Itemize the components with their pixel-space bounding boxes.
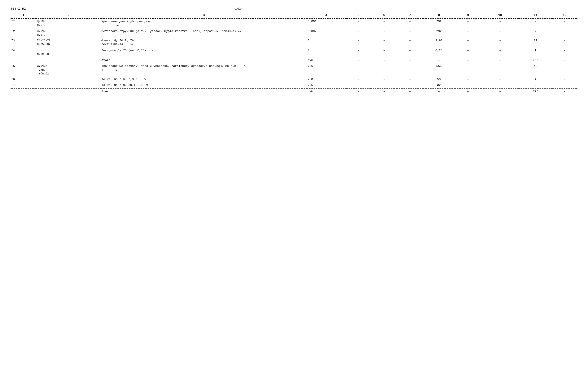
itogo2-col6: – bbox=[371, 89, 397, 95]
row-col6: – bbox=[371, 29, 397, 38]
itogo2-col11: 778 bbox=[519, 89, 552, 95]
row-col11: 4 bbox=[519, 76, 552, 82]
col-header-2: 2 bbox=[36, 12, 101, 19]
row-desc: Фланец Ду 50 Ру I6ГОСТ I255-54 шт bbox=[101, 38, 307, 48]
row-col5: – bbox=[346, 38, 371, 48]
row-col5: – bbox=[346, 82, 371, 88]
row-col8: 3,90 bbox=[423, 38, 455, 48]
row-col4: 8 bbox=[307, 38, 346, 48]
itogo-col7: – bbox=[397, 58, 423, 63]
row-col5: – bbox=[346, 63, 371, 76]
row-num: I7 bbox=[10, 82, 36, 88]
col-header-9: 9 bbox=[455, 12, 481, 19]
row-col11: 2 bbox=[519, 82, 552, 88]
itogo2-col10: – bbox=[481, 89, 520, 95]
row-ref: Ц.Iч.У техн.ч. табл.I2 bbox=[36, 63, 101, 76]
table-row: I6 -"- То же, по п.п. 2,8,9 % 7,8 – – – … bbox=[10, 76, 578, 82]
row-col4: 7,6 bbox=[307, 63, 346, 76]
row-ref: -"- п.I9-005 bbox=[36, 48, 101, 57]
row-col4: 0,007 bbox=[307, 29, 346, 38]
page-number: -142- bbox=[26, 7, 450, 11]
table-row: I2 Ц.Iч.П п.573 Металлоконструкция (в т.… bbox=[10, 29, 578, 38]
col-header-5: 5 bbox=[346, 12, 371, 19]
itogo-row-1: Итого руб – – – – – – 730 – bbox=[10, 58, 578, 63]
row-col6: – bbox=[371, 82, 397, 88]
col-header-11: 11 bbox=[519, 12, 552, 19]
row-col9: – bbox=[455, 19, 481, 29]
row-desc: Металлоконструкция (в т.ч. уголок, муфта… bbox=[101, 29, 307, 38]
col-header-1: 1 bbox=[10, 12, 36, 19]
itogo2-label: Итого bbox=[101, 89, 307, 95]
itogo-col9: – bbox=[455, 58, 481, 63]
row-col8: 53 bbox=[423, 76, 455, 82]
row-ref: Ц.Iч.П п.573 bbox=[36, 29, 101, 38]
row-col9: – bbox=[455, 82, 481, 88]
main-table: 1 2 3 4 5 6 7 8 9 10 11 12 II Ц.Iч.П п.5… bbox=[10, 12, 578, 95]
row-col12: – bbox=[552, 19, 578, 29]
row-col7: – bbox=[397, 76, 423, 82]
row-col6: – bbox=[371, 38, 397, 48]
itogo2-empty-2 bbox=[36, 89, 101, 95]
row-col7: – bbox=[397, 48, 423, 57]
row-col11: – bbox=[519, 19, 552, 29]
row-col7: – bbox=[397, 82, 423, 88]
row-col9: – bbox=[455, 38, 481, 48]
row-ref: Ц.Iч.П п.573 bbox=[36, 19, 101, 29]
itogo-col12: – bbox=[552, 58, 578, 63]
doc-id: 704-I-52 bbox=[10, 7, 26, 11]
row-num: I3 bbox=[10, 38, 36, 48]
row-col5: – bbox=[346, 76, 371, 82]
row-col10: – bbox=[481, 63, 520, 76]
table-row: I7 -"- То же, по п.п. IO,I3,I4 % 7,5 – –… bbox=[10, 82, 578, 88]
row-col8: 292 bbox=[423, 29, 455, 38]
row-col6: – bbox=[371, 19, 397, 29]
row-col9: – bbox=[455, 48, 481, 57]
row-col10: – bbox=[481, 29, 520, 38]
row-col7: – bbox=[397, 63, 423, 76]
itogo2-col7: – bbox=[397, 89, 423, 95]
itogo-col5: – bbox=[346, 58, 371, 63]
col-header-3: 3 bbox=[101, 12, 307, 19]
row-col11: 2 bbox=[519, 29, 552, 38]
row-col12 bbox=[552, 29, 578, 38]
table-row: II Ц.Iч.П п.573 Крепление для трубопрово… bbox=[10, 19, 578, 29]
row-col5: – bbox=[346, 48, 371, 57]
row-col10: – bbox=[481, 82, 520, 88]
row-col7: – bbox=[397, 19, 423, 29]
row-col12: – bbox=[552, 63, 578, 76]
itogo2-col9: – bbox=[455, 89, 481, 95]
row-col10: – bbox=[481, 48, 520, 57]
itogo-col11: 730 bbox=[519, 58, 552, 63]
itogo2-empty-1 bbox=[10, 89, 36, 95]
row-col4: 0,001 bbox=[307, 19, 346, 29]
row-col5: – bbox=[346, 19, 371, 29]
row-col12: – bbox=[552, 48, 578, 57]
itogo-col6: – bbox=[371, 58, 397, 63]
row-col8: 292 bbox=[423, 19, 455, 29]
itogo2-unit: руб bbox=[307, 89, 346, 95]
row-col9: – bbox=[455, 76, 481, 82]
row-col10: – bbox=[481, 38, 520, 48]
row-col8: 556 bbox=[423, 63, 455, 76]
row-desc: Крепление для трубопроводовтн bbox=[101, 19, 307, 29]
row-num: I2 bbox=[10, 29, 36, 38]
itogo-empty-1 bbox=[10, 58, 36, 63]
row-col9: – bbox=[455, 63, 481, 76]
col-header-12: 12 bbox=[552, 12, 578, 19]
row-ref: -"- bbox=[36, 76, 101, 82]
row-desc: Транспортные расходы, тара и упаковка, з… bbox=[101, 63, 307, 76]
row-desc: То же, по п.п. 2,8,9 % bbox=[101, 76, 307, 82]
row-col4: 3 bbox=[307, 48, 346, 57]
table-row: I3 23-IO-29 п.05-082 Фланец Ду 50 Ру I6Г… bbox=[10, 38, 578, 48]
row-col4: 7,5 bbox=[307, 82, 346, 88]
itogo2-col12: – bbox=[552, 89, 578, 95]
itogo2-col5: – bbox=[346, 89, 371, 95]
row-num: I6 bbox=[10, 76, 36, 82]
itogo-empty-2 bbox=[36, 58, 101, 63]
itogo-col10: – bbox=[481, 58, 520, 63]
itogo-label: Итого bbox=[101, 58, 307, 63]
row-col7: – bbox=[397, 29, 423, 38]
col-header-6: 6 bbox=[371, 12, 397, 19]
row-num: I4 bbox=[10, 48, 36, 57]
column-header-row: 1 2 3 4 5 6 7 8 9 10 11 12 bbox=[10, 12, 578, 19]
